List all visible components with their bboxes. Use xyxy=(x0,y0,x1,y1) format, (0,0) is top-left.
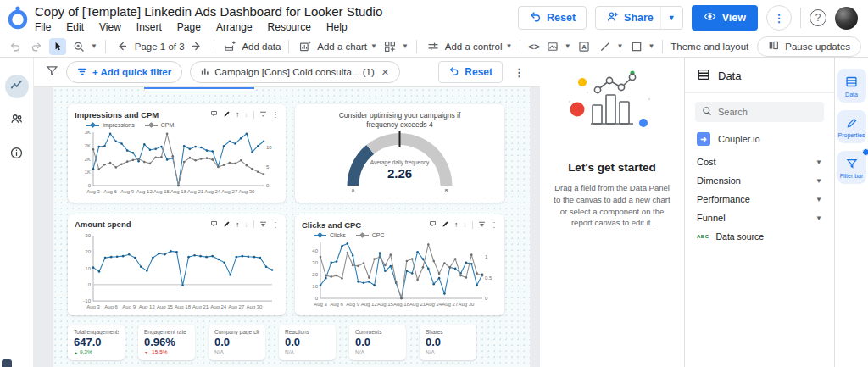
shape-tool[interactable]: ▼ xyxy=(628,38,655,55)
add-control-button[interactable]: Add a control ▼ xyxy=(425,38,513,55)
menu-resource[interactable]: Resource xyxy=(268,21,311,33)
svg-text:0: 0 xyxy=(315,296,319,301)
add-note-icon[interactable] xyxy=(210,220,218,230)
next-page-button[interactable] xyxy=(189,38,206,55)
data-source-row[interactable]: ABC Data source xyxy=(685,227,834,246)
select-cursor-tool[interactable] xyxy=(49,38,66,55)
chart-menu-icon[interactable]: ⋮ xyxy=(272,221,280,229)
redo-icon[interactable] xyxy=(28,38,45,55)
menu-insert[interactable]: Insert xyxy=(136,21,162,33)
svg-text:2K: 2K xyxy=(85,157,91,162)
page-indicator[interactable]: Page 1 of 3 xyxy=(135,42,185,52)
arrow-up-icon[interactable]: ↑ xyxy=(454,221,458,229)
info-tool[interactable] xyxy=(5,142,29,166)
arrow-up-icon[interactable]: ↑ xyxy=(236,111,239,119)
chart-filter-icon[interactable] xyxy=(259,220,267,230)
more-options-button[interactable]: ⋮ xyxy=(766,5,792,31)
chart-menu-icon[interactable]: ⋮ xyxy=(491,221,498,229)
edit-pencil-icon[interactable] xyxy=(223,110,231,120)
search-input[interactable] xyxy=(718,107,803,117)
scorecard-total-engagements[interactable]: Total engagements 647.0 ▲9.3% xyxy=(68,325,125,360)
properties-panel-toggle[interactable]: Properties xyxy=(837,110,866,143)
share-dropdown-button[interactable]: ▼ xyxy=(660,7,682,29)
field-group-performance[interactable]: Performance ▼ xyxy=(685,190,834,209)
arrow-down-icon[interactable]: ↓ xyxy=(244,221,248,229)
undo-icon[interactable] xyxy=(7,38,24,55)
partially-hidden-control[interactable] xyxy=(144,87,254,91)
scorecard-shares[interactable]: Shares 0.0 N/A xyxy=(420,325,476,360)
edit-pencil-icon[interactable] xyxy=(442,220,449,230)
field-group-dimension[interactable]: Dimension ▼ xyxy=(685,171,834,190)
menu-view[interactable]: View xyxy=(99,21,121,33)
delta-down-icon: ▼ xyxy=(144,350,148,355)
connector-row[interactable]: ➜ Coupler.io xyxy=(685,122,834,153)
data-list-icon xyxy=(697,68,710,84)
arrow-up-icon[interactable]: ↑ xyxy=(236,221,239,229)
search-icon xyxy=(702,104,712,120)
image-tool[interactable]: ▼ xyxy=(544,38,571,55)
user-avatar[interactable] xyxy=(835,7,858,30)
data-list-icon xyxy=(845,75,858,89)
scorecard-engagement-rate[interactable]: Engagement rate 0.96% ▼-15.5% xyxy=(138,325,195,360)
info-icon xyxy=(9,146,24,164)
data-panel: Data ➜ Coupler.io Cost ▼ Dimension ▼ Per… xyxy=(685,58,835,367)
scorecard-company-page-clicks[interactable]: Company page clicks 0.0 N/A xyxy=(209,325,265,360)
menu-edit[interactable]: Edit xyxy=(66,21,84,33)
getting-started-illustration xyxy=(565,70,659,141)
pause-updates-button[interactable]: Pause updates xyxy=(757,36,861,57)
theme-and-layout-button[interactable]: Theme and layout xyxy=(670,42,748,52)
add-quick-filter-chip[interactable]: + Add quick filter xyxy=(66,61,182,83)
add-note-icon[interactable] xyxy=(429,220,437,230)
menu-file[interactable]: File xyxy=(35,21,51,33)
scorecard-comments[interactable]: Comments 0.0 N/A xyxy=(349,325,406,360)
report-canvas[interactable]: Impressions and CPM ↑ ↓ ⋮ Impressions xyxy=(53,87,530,367)
previous-page-button[interactable] xyxy=(114,38,131,55)
undo-icon xyxy=(529,10,542,25)
collaborators-tool[interactable] xyxy=(5,108,29,132)
zoom-tool[interactable]: ▼ xyxy=(70,38,97,55)
reset-button[interactable]: Reset xyxy=(518,6,587,30)
arrow-down-icon[interactable]: ↓ xyxy=(463,221,466,229)
looker-studio-logo[interactable] xyxy=(7,5,29,31)
chart-menu-icon[interactable]: ⋮ xyxy=(272,111,280,119)
add-chart-button[interactable]: Add a chart ▼ xyxy=(297,38,377,55)
arrow-down-icon[interactable]: ↓ xyxy=(244,111,248,119)
amount-spend-chart-card[interactable]: Amount spend ↑ ↓ ⋮ -100102030Aug 3Aug 6A… xyxy=(68,214,286,315)
field-group-cost[interactable]: Cost ▼ xyxy=(685,153,834,171)
document-title[interactable]: Copy of [Template] Linkedin Ads Dashboar… xyxy=(35,4,518,19)
text-tool[interactable]: A xyxy=(576,38,593,55)
impressions-cpm-chart-card[interactable]: Impressions and CPM ↑ ↓ ⋮ Impressions xyxy=(68,104,286,203)
filter-bar-toggle[interactable]: Filter bar xyxy=(837,151,866,184)
data-search-box[interactable] xyxy=(695,102,824,122)
svg-text:10: 10 xyxy=(85,265,91,270)
menu-arrange[interactable]: Arrange xyxy=(216,21,253,33)
add-note-icon[interactable] xyxy=(210,110,218,120)
coupler-io-icon: ➜ xyxy=(697,132,710,146)
filter-reset-button[interactable]: Reset xyxy=(438,61,503,83)
campaign-filter-chip[interactable]: Campaign [Cons] Cold consulta... (1) ✕ xyxy=(190,61,400,83)
embed-tool[interactable]: <> xyxy=(528,42,539,52)
menu-help[interactable]: Help xyxy=(326,21,348,33)
view-button[interactable]: View xyxy=(692,5,758,31)
edit-pencil-icon[interactable] xyxy=(223,220,231,230)
data-panel-toggle[interactable]: Data xyxy=(837,69,866,103)
frequency-gauge-card[interactable]: Consider optimising your campaigns if fr… xyxy=(295,104,504,203)
chart-filter-icon[interactable] xyxy=(478,220,486,230)
clicks-cpc-chart-card[interactable]: Clicks and CPC ↑ ↓ ⋮ Clicks xyxy=(295,214,504,315)
menu-page[interactable]: Page xyxy=(177,21,201,33)
field-group-funnel[interactable]: Funnel ▼ xyxy=(685,209,834,227)
report-charts-tool[interactable] xyxy=(5,75,29,98)
add-data-button[interactable]: Add data xyxy=(221,38,281,55)
report-area: + Add quick filter Campaign [Cons] Cold … xyxy=(34,58,540,367)
community-visualizations-button[interactable]: ▼ xyxy=(381,38,409,55)
canvas-gutter: Impressions and CPM ↑ ↓ ⋮ Impressions xyxy=(34,87,540,367)
line-tool[interactable]: ▼ xyxy=(597,38,624,55)
close-icon[interactable]: ✕ xyxy=(381,67,389,78)
filter-bar-menu-icon[interactable]: ⋮ xyxy=(510,66,528,79)
legend-swatch xyxy=(86,125,99,126)
scorecard-reactions[interactable]: Reactions 0.0 N/A xyxy=(279,325,336,360)
share-button[interactable]: Share xyxy=(596,10,660,25)
chart-filter-icon[interactable] xyxy=(259,110,267,120)
line-chart-plot: -100102030Aug 3Aug 6Aug 9Aug 12Aug 15Aug… xyxy=(75,232,279,310)
help-button[interactable]: ? xyxy=(810,9,826,26)
